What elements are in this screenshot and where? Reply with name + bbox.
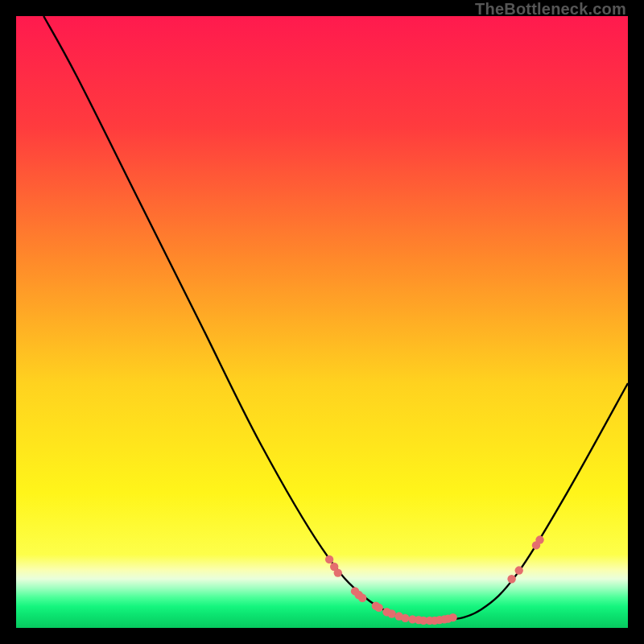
data-point	[374, 604, 382, 612]
bottleneck-curve	[43, 16, 628, 621]
data-point	[507, 575, 515, 583]
data-point	[535, 535, 543, 543]
data-point	[358, 594, 366, 602]
watermark-text: TheBottleneck.com	[475, 0, 626, 19]
data-point	[448, 613, 456, 621]
data-point	[401, 614, 409, 622]
data-point	[334, 568, 342, 576]
data-point	[325, 555, 333, 564]
chart-frame	[16, 16, 628, 628]
chart-plot	[16, 16, 628, 628]
data-point	[515, 566, 523, 574]
data-point	[387, 609, 395, 617]
data-points	[325, 535, 544, 625]
